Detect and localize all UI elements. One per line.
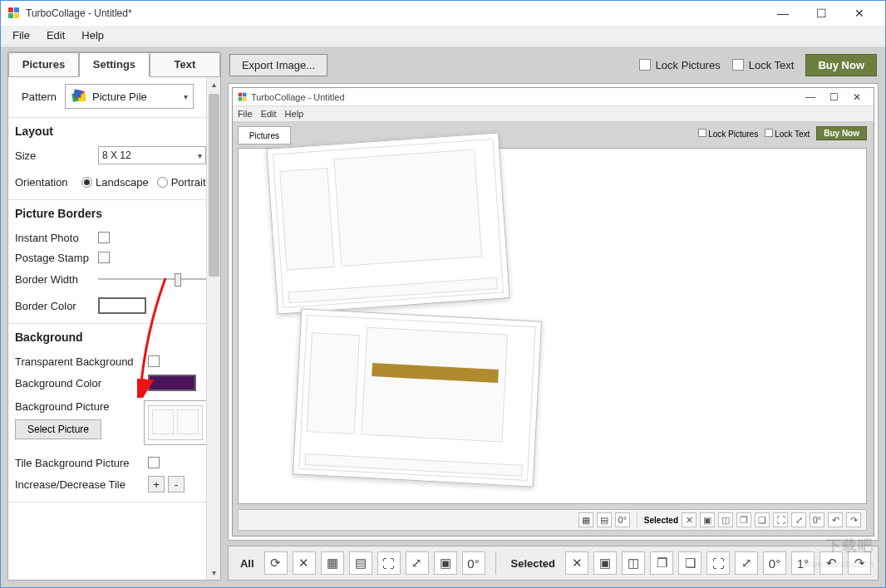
main-area: Pictures Settings Text Pattern Picture P… (1, 47, 885, 587)
settings-sidebar: Pictures Settings Text Pattern Picture P… (7, 51, 221, 581)
bg-color-label: Background Color (15, 377, 148, 390)
fit-button[interactable]: ⛶ (706, 551, 730, 575)
bg-color-swatch[interactable] (148, 375, 196, 391)
postage-stamp-label: Postage Stamp (15, 252, 98, 264)
sidebar-scrollbar[interactable]: ▴ ▾ (206, 77, 220, 580)
image-icon: ▣ (700, 512, 715, 527)
size-value: 8 X 12 (102, 149, 131, 161)
all-label: All (240, 557, 254, 570)
svg-rect-10 (239, 97, 243, 101)
svg-rect-0 (8, 7, 13, 12)
preview-menu-help: Help (285, 109, 304, 119)
pattern-value: Picture Pile (92, 91, 147, 103)
preview-window: TurboCollage - Untitled — ☐ ✕ File Edit … (232, 87, 874, 537)
scroll-down-icon[interactable]: ▾ (207, 566, 220, 580)
portrait-radio[interactable] (157, 177, 168, 188)
preview-buy-button: Buy Now (816, 126, 867, 140)
border-width-label: Border Width (15, 273, 98, 286)
close-button[interactable]: ✕ (840, 1, 879, 26)
rotate-0-button[interactable]: 0° (462, 551, 485, 575)
rotate-icon: 0° (615, 512, 630, 527)
fit-icon: ⤢ (791, 512, 806, 527)
preview-min-icon: — (799, 91, 822, 103)
fit-all-button[interactable]: ⛶ (377, 551, 401, 575)
size-label: Size (15, 149, 98, 162)
border-color-swatch[interactable] (98, 297, 146, 314)
cw-icon: ↷ (846, 512, 861, 527)
lock-pictures-label: Lock Pictures (656, 59, 721, 71)
lock-text-toggle[interactable]: Lock Text (732, 59, 795, 71)
border-width-slider[interactable] (98, 272, 206, 287)
landscape-label: Landscape (96, 176, 149, 189)
lock-pictures-checkbox[interactable] (639, 59, 651, 71)
instant-photo-checkbox[interactable] (98, 232, 110, 243)
bring-front-button[interactable]: ❐ (650, 551, 673, 575)
lock-text-checkbox[interactable] (732, 59, 744, 71)
watermark: 下载吧 (826, 536, 874, 556)
grid-3-button[interactable]: ▤ (349, 551, 372, 575)
preview-body: Pictures Lock Pictures Lock Text Buy Now (233, 121, 874, 536)
expand-all-button[interactable]: ⤢ (406, 551, 429, 575)
rotate-0-sel-button[interactable]: 0° (763, 551, 786, 575)
delete-icon: ✕ (682, 512, 696, 527)
back-icon: ❏ (755, 512, 770, 527)
chevron-down-icon: ▾ (198, 151, 202, 160)
fill-button[interactable]: ⤢ (735, 551, 758, 575)
tile-increase-button[interactable]: + (148, 476, 165, 492)
landscape-radio[interactable] (81, 177, 92, 188)
chevron-down-icon: ▾ (184, 92, 188, 101)
dup-icon: ❐ (736, 512, 751, 527)
collage-canvas[interactable]: TurboCollage - Untitled — ☐ ✕ File Edit … (228, 83, 879, 541)
menu-help[interactable]: Help (73, 27, 112, 43)
preview-titlebar: TurboCollage - Untitled — ☐ ✕ (233, 88, 874, 106)
maximize-button[interactable]: ☐ (802, 1, 840, 26)
portrait-label: Portrait (171, 176, 206, 189)
sidebar-tabs: Pictures Settings Text (8, 52, 220, 77)
borders-title: Picture Borders (15, 207, 207, 220)
app-icon (7, 7, 21, 20)
preview-close-icon: ✕ (845, 91, 869, 103)
buy-now-button[interactable]: Buy Now (805, 54, 877, 76)
scroll-up-icon[interactable]: ▴ (207, 77, 220, 91)
lock-text-label: Lock Text (749, 59, 795, 71)
svg-rect-1 (14, 7, 19, 12)
preview-canvas (238, 148, 867, 504)
select-picture-button[interactable]: Select Picture (15, 419, 101, 439)
tile-decrease-button[interactable]: - (168, 476, 185, 492)
layout-button[interactable]: ▣ (434, 551, 457, 575)
preview-title: TurboCollage - Untitled (251, 92, 345, 102)
tab-pictures[interactable]: Pictures (8, 52, 79, 77)
svg-rect-3 (14, 13, 19, 18)
preview-menubar: File Edit Help (233, 106, 874, 121)
window-title: TurboCollage - Untitled* (26, 7, 132, 19)
bg-picture-thumbnail[interactable] (144, 400, 207, 445)
minimize-button[interactable]: — (764, 1, 802, 26)
pattern-dropdown[interactable]: Picture Pile ▾ (65, 84, 194, 109)
scale-tile-label: Increase/Decrease Tile (15, 478, 148, 491)
shuffle-button[interactable]: ✕ (293, 551, 316, 575)
pile-picture-1 (266, 132, 509, 314)
menu-edit[interactable]: Edit (38, 27, 73, 43)
postage-stamp-checkbox[interactable] (98, 252, 110, 263)
delete-button[interactable]: ✕ (565, 551, 588, 575)
refresh-button[interactable]: ⟳ (264, 551, 288, 575)
crop-button[interactable]: ◫ (622, 551, 645, 575)
expand-icon: ⛶ (773, 512, 788, 527)
settings-panel: Pattern Picture Pile ▾ Layout Size (8, 77, 220, 580)
tile-bg-checkbox[interactable] (148, 457, 160, 468)
crop-icon: ◫ (718, 512, 733, 527)
tab-text[interactable]: Text (150, 52, 220, 77)
lock-pictures-toggle[interactable]: Lock Pictures (639, 59, 721, 71)
size-select[interactable]: 8 X 12 ▾ (98, 146, 206, 164)
send-back-button[interactable]: ❏ (678, 551, 701, 575)
scroll-thumb[interactable] (209, 94, 219, 277)
transparent-bg-checkbox[interactable] (148, 355, 160, 367)
pattern-label: Pattern (15, 91, 65, 103)
grid-2-button[interactable]: ▦ (321, 551, 344, 575)
grid-icon: ▦ (578, 512, 593, 527)
preview-lock-text-label: Lock Text (775, 130, 810, 139)
export-image-button[interactable]: Export Image... (229, 54, 327, 76)
tab-settings[interactable]: Settings (79, 52, 150, 77)
replace-image-button[interactable]: ▣ (593, 551, 617, 575)
menu-file[interactable]: File (4, 27, 38, 43)
